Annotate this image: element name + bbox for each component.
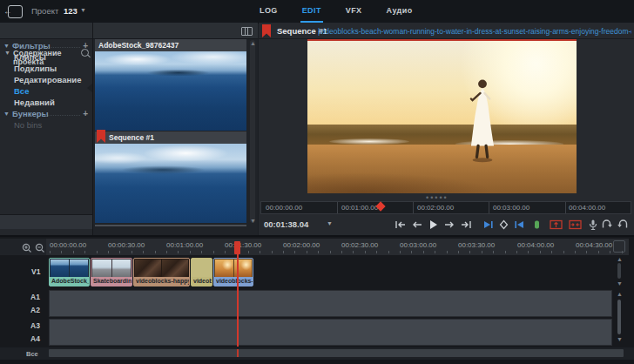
tiles-hscrollbar[interactable]: [95, 225, 246, 226]
woman-silhouette: [461, 78, 504, 163]
step-back-icon[interactable]: [412, 219, 422, 230]
dotted-leader: [45, 47, 80, 48]
ruler-label: 00:03:00.00: [400, 241, 436, 249]
sync-indicator-icon[interactable]: [534, 219, 540, 230]
viewer-ruler-label: 00:02:00.00: [417, 204, 454, 212]
wave-foam: [329, 138, 410, 145]
voiceover-mic-icon[interactable]: [588, 219, 598, 231]
sidebar-item-clips[interactable]: Клипсы: [14, 51, 89, 63]
libraries-bar[interactable]: › Libraries: [0, 214, 92, 229]
timeline-clip-adobestock[interactable]: AdobeStock_: [49, 258, 90, 286]
current-timecode[interactable]: 00:01:38.04: [264, 219, 308, 229]
mark-in-icon[interactable]: [483, 219, 493, 230]
track-label-a2[interactable]: A2: [30, 306, 40, 314]
viewer-ruler-label: 00:03:00.00: [493, 204, 529, 212]
timeline-clip-skateboarding[interactable]: Skateboarding: [91, 258, 132, 286]
history-controls: [601, 219, 629, 229]
video-tracks-scrollbar[interactable]: [617, 263, 621, 279]
tile-thumbnail-adobestock[interactable]: [95, 51, 246, 131]
segment-divider: [413, 202, 414, 213]
sidebar-item-recent[interactable]: Недавний: [14, 97, 89, 108]
viewer-timeline[interactable]: 00:00:00.00 00:01:00.00 00:02:00.00 00:0…: [260, 201, 631, 214]
insert-edit-icon[interactable]: [550, 219, 563, 230]
bins-chevron-icon[interactable]: ▼: [3, 108, 10, 119]
grid-view-icon[interactable]: [241, 27, 253, 36]
go-to-start-icon[interactable]: [395, 219, 406, 230]
project-contents-header[interactable]: ▼ Содержание проекта: [0, 23, 92, 39]
viewer-ruler-label: 00:01:00.00: [341, 204, 378, 212]
bottom-strip: [0, 360, 634, 364]
marker-diamond-icon[interactable]: [499, 219, 509, 230]
ruler-label: 00:02:30.00: [341, 241, 378, 249]
project-name[interactable]: 123: [64, 6, 78, 16]
add-filter-icon[interactable]: +: [83, 40, 88, 51]
sidebar-item-subclips[interactable]: Подклипы: [14, 63, 89, 74]
track-label-a4[interactable]: A4: [30, 334, 40, 343]
undo-icon[interactable]: [601, 219, 612, 229]
tab-audio[interactable]: Аудио: [385, 0, 415, 23]
tab-edit[interactable]: EDIT: [300, 0, 323, 23]
ruler-ticks: [50, 251, 629, 253]
ruler-label: 00:02:00.00: [283, 241, 320, 249]
main-tabs: LOG EDIT VFX Аудио: [258, 0, 415, 23]
segment-divider: [565, 202, 566, 213]
scroll-up-icon[interactable]: ▲: [617, 256, 623, 262]
viewer-ruler-label: 00:04:00.00: [569, 204, 605, 212]
ruler-label: 00:04:30.00: [576, 241, 612, 249]
ruler-label: 00:00:30.00: [108, 241, 145, 249]
timeline-clip-videoblocks-beach[interactable]: videoblocks-b: [213, 258, 253, 286]
project-label: Проект: [31, 6, 58, 16]
zoom-in-icon[interactable]: [22, 243, 32, 253]
filters-section-header[interactable]: ▼ Фильтры +: [0, 40, 92, 51]
timeline-overview-bar[interactable]: [49, 349, 624, 357]
audio-tracks-scrollbar[interactable]: [617, 300, 621, 334]
zoom-out-icon[interactable]: [35, 243, 45, 253]
sidebar-item-edits[interactable]: Редактирование: [14, 74, 89, 85]
ruler-label: 00:01:30.00: [225, 241, 261, 249]
audio-lane-a3-a4[interactable]: [49, 319, 612, 346]
scroll-up-icon[interactable]: ▲: [617, 291, 623, 297]
replace-edit-icon[interactable]: [569, 219, 582, 230]
step-forward-icon[interactable]: [444, 219, 455, 230]
mark-out-icon[interactable]: [515, 219, 524, 230]
bins-header-label: Бункеры: [12, 108, 49, 119]
timeline-clip-videoblocks-happy[interactable]: videoblocks-happy-: [133, 258, 190, 286]
scroll-down-icon[interactable]: ▼: [617, 280, 623, 286]
scroll-up-icon[interactable]: ▲: [250, 40, 256, 46]
track-label-a1[interactable]: A1: [30, 293, 40, 301]
ruler-label: 00:01:00.00: [166, 241, 203, 249]
scroll-down-icon[interactable]: ▼: [250, 218, 256, 224]
overview-playhead-marker[interactable]: [237, 349, 239, 357]
viewer-ruler-label: 00:00:00.00: [266, 204, 302, 212]
video-preview[interactable]: [307, 39, 577, 193]
tab-log[interactable]: LOG: [258, 0, 280, 23]
ruler-label: 00:03:30.00: [458, 241, 495, 249]
track-label-a3[interactable]: A3: [30, 321, 40, 330]
add-bin-icon[interactable]: +: [83, 108, 88, 119]
tile-title[interactable]: AdobeStock_98762437: [95, 39, 246, 51]
go-to-end-icon[interactable]: [461, 219, 472, 230]
tab-vfx[interactable]: VFX: [344, 0, 364, 23]
tile-browser-header: ‹ ›: [93, 23, 258, 39]
audio-lane-a1-a2[interactable]: [49, 290, 612, 317]
tile-title[interactable]: Sequence #1: [95, 131, 246, 144]
no-bins-placeholder: No bins: [14, 119, 89, 131]
timeline-settings-icon[interactable]: [613, 240, 625, 253]
selection-pointer: [87, 84, 92, 92]
playhead-line[interactable]: [237, 241, 239, 347]
filters-header-label: Фильтры: [12, 40, 51, 51]
track-label-v1[interactable]: V1: [31, 267, 40, 276]
play-icon[interactable]: [428, 219, 438, 230]
ruler-label: 00:04:00.00: [517, 241, 554, 249]
timeline-clip-videobl[interactable]: videobl: [191, 258, 212, 286]
bins-section-header[interactable]: ▼ Бункеры +: [0, 108, 92, 119]
tiles-scrollbar[interactable]: [250, 40, 255, 223]
filters-chevron-icon[interactable]: ▼: [3, 40, 10, 51]
redo-icon[interactable]: [617, 219, 629, 229]
tile-thumbnail-sequence[interactable]: [95, 144, 246, 223]
overview-label: Все: [26, 350, 38, 358]
project-chevron-down-icon[interactable]: ▼: [80, 7, 86, 13]
timecode-chevron-icon[interactable]: ▼: [327, 220, 333, 226]
sidebar-item-all[interactable]: Все: [14, 85, 89, 97]
scroll-down-icon[interactable]: ▼: [617, 336, 623, 342]
